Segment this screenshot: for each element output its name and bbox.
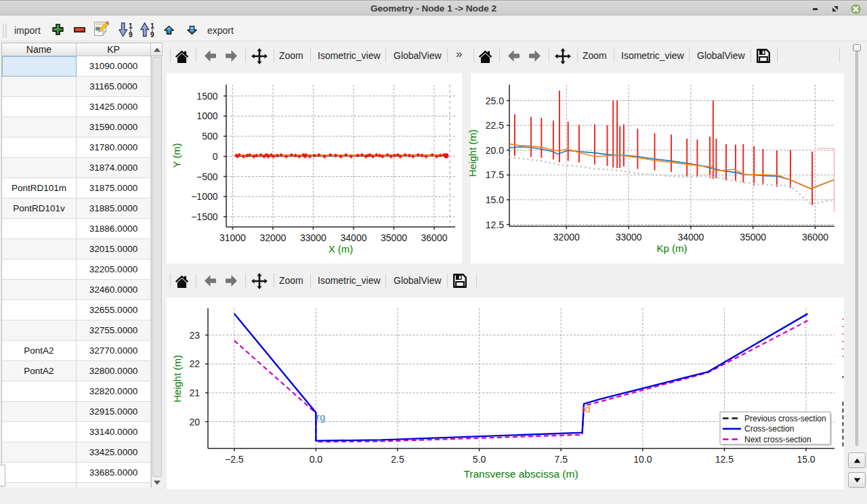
svg-text:Next cross-section: Next cross-section	[744, 435, 811, 444]
svg-text:25.0: 25.0	[486, 96, 504, 106]
svg-text:31000: 31000	[219, 232, 246, 243]
svg-text:10.0: 10.0	[633, 454, 652, 465]
svg-text:22.5: 22.5	[486, 120, 504, 131]
svg-text:33000: 33000	[300, 232, 326, 243]
svg-text:22: 22	[189, 358, 200, 369]
svg-text:Y (m): Y (m)	[171, 143, 182, 167]
svg-text:21: 21	[189, 387, 200, 398]
svg-text:12.5: 12.5	[486, 219, 504, 230]
svg-text:9: 9	[129, 31, 133, 37]
svg-text:Cross-section: Cross-section	[744, 424, 794, 434]
svg-text:0.0: 0.0	[310, 454, 323, 465]
svg-text:15.0: 15.0	[486, 194, 504, 205]
svg-text:7.5: 7.5	[554, 454, 568, 465]
svg-text:33000: 33000	[616, 232, 642, 243]
svg-text:Transverse abscissa (m): Transverse abscissa (m)	[463, 468, 578, 480]
svg-text:1: 1	[150, 22, 154, 30]
svg-text:−1500: −1500	[191, 211, 218, 222]
svg-text:34000: 34000	[677, 232, 704, 243]
svg-text:35000: 35000	[381, 232, 407, 243]
svg-text:32000: 32000	[553, 232, 580, 243]
svg-text:500: 500	[202, 131, 218, 142]
svg-text:36000: 36000	[802, 232, 828, 243]
svg-text:20.0: 20.0	[486, 145, 504, 156]
svg-text:−500: −500	[196, 171, 218, 182]
svg-text:35000: 35000	[740, 232, 766, 243]
svg-text:1: 1	[129, 22, 133, 30]
svg-text:Previous cross-section: Previous cross-section	[744, 414, 826, 423]
svg-text:Height (m): Height (m)	[467, 129, 478, 177]
svg-text:15.0: 15.0	[797, 454, 815, 465]
svg-text:−2.5: −2.5	[225, 454, 244, 465]
svg-text:1500: 1500	[196, 91, 217, 102]
svg-text:1000: 1000	[196, 110, 217, 121]
svg-text:34000: 34000	[341, 232, 367, 243]
svg-text:20: 20	[189, 417, 200, 427]
svg-text:32000: 32000	[259, 232, 286, 243]
svg-text:0: 0	[213, 151, 218, 162]
svg-text:36000: 36000	[421, 232, 448, 243]
svg-text:rg: rg	[316, 411, 325, 423]
svg-text:9: 9	[150, 31, 154, 37]
svg-text:17.5: 17.5	[486, 169, 504, 180]
svg-text:5.0: 5.0	[473, 454, 486, 465]
svg-text:Height (m): Height (m)	[171, 355, 183, 402]
svg-text:23: 23	[189, 330, 200, 341]
svg-text:X (m): X (m)	[329, 243, 354, 255]
svg-text:rd: rd	[582, 403, 591, 415]
svg-text:−1000: −1000	[191, 191, 218, 202]
svg-text:Kp (m): Kp (m)	[657, 243, 688, 254]
svg-text:2.5: 2.5	[391, 454, 404, 465]
svg-text:12.5: 12.5	[715, 454, 734, 465]
